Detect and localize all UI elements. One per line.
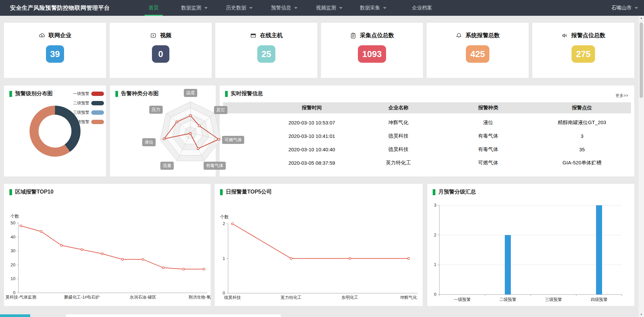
alarm-cell: 精醇南罐液位GT_203 [533,119,631,126]
stat-card-head: 在线主机 [215,32,317,39]
stat-value-badge: 1093 [358,45,386,63]
region-label: 石嘴山市 [611,5,632,11]
vertical-scrollbar[interactable]: ▲ ▼ [639,16,644,317]
alarm-cell: 德昊科技 [354,146,443,153]
nav-item-enterprise-archive[interactable]: 企业档案 [412,0,432,16]
nav-item-video-monitoring[interactable]: 视频监测 [316,0,342,16]
stat-card-collection-points-total: 采集点位总数1093 [321,23,423,78]
nav-item-label: 企业档案 [412,5,432,11]
svg-text:昊科技-气体监测: 昊科技-气体监测 [5,295,36,300]
nav-item-history-data[interactable]: 历史数据 [226,0,253,16]
nav-item-label: 数据采集 [360,5,380,11]
alarm-cell: 英力特化工 [354,160,443,166]
svg-text:鹏盛化工-1#电石炉: 鹏盛化工-1#电石炉 [64,295,100,300]
svg-text:1: 1 [434,262,436,267]
stat-value-badge: 0 [152,45,169,63]
svg-text:2: 2 [434,232,436,237]
alarm-type-panel: 告警种类分布图 温度其它可燃气体有毒气体流量液位压力 [110,86,216,176]
monthly-summary-panel: 月预警分级汇总 0123一级预警二级预警三级预警四级预警 [427,184,634,306]
stat-value-badge: 275 [572,45,595,63]
chevron-down-icon [383,7,386,9]
bottom-white-strip [66,314,281,317]
scrollbar-down-arrow[interactable]: ▼ [639,312,644,317]
svg-text:荆洪生物-氧化反: 荆洪生物-氧化反 [189,295,211,300]
alarm-table-body: 2020-03-10 10:53:07坤辉气化液位精醇南罐液位GT_203202… [223,116,631,169]
svg-text:40: 40 [11,234,15,240]
region-selector[interactable]: 石嘴山市 [611,0,638,16]
daily-top5-panel: 日报警量TOP5公司 012个数德昊科技英力特化工东明化工坤辉气化 [215,184,423,306]
radar-axis-label: 液位 [142,138,156,146]
stat-card-connected-enterprises: 联网企业39 [4,23,106,78]
alarm-type-radar-chart [110,86,254,176]
scrollbar-thumb[interactable] [640,22,643,98]
alarm-cell: GIA-520单体贮槽 [533,160,631,166]
svg-text:0: 0 [223,290,225,296]
stat-card-head: 采集点位总数 [321,32,423,39]
nav-item-warning-info[interactable]: 预警信息 [271,0,298,16]
more-link[interactable]: 更多>> [615,93,628,99]
chevron-down-icon [204,7,208,9]
radar-axis-label: 温度 [184,89,197,97]
dashboard-page: 安全生产风险预警防控物联网管理平台 首页数据监测历史数据预警信息视频监测数据采集… [0,0,644,317]
svg-text:一级预警: 一级预警 [454,297,471,302]
nav-item-label: 视频监测 [316,5,336,11]
stat-label: 视频 [160,32,171,39]
alarm-cell: 德昊科技 [354,133,443,139]
svg-text:四级预警: 四级预警 [591,297,608,302]
realtime-alarm-panel: 实时报警信息 更多>> 报警时间企业名称报警种类报警点位 2020-03-10 … [220,86,634,176]
stat-card-head: 系统报警总数 [427,32,529,39]
daily-top5-line-chart: 012个数德昊科技英力特化工东明化工坤辉气化 [215,184,423,306]
svg-text:永润石油-罐区: 永润石油-罐区 [129,295,156,300]
region-top10-panel: 区域报警TOP10 01020304050个数昊科技-气体监测鹏盛化工-1#电石… [4,184,211,306]
svg-text:30: 30 [11,248,15,253]
radar-axis-label: 可燃气体 [222,136,244,144]
nav-item-label: 首页 [149,5,159,11]
radar-axis-label: 其它 [214,106,227,114]
stat-value-badge: 39 [46,45,64,63]
bell-icon [455,32,462,39]
nav-item-home[interactable]: 首页 [149,0,159,16]
alarm-cell: 可燃气体 [443,160,533,166]
svg-text:坤辉气化: 坤辉气化 [400,295,417,300]
scrollbar-up-arrow[interactable]: ▲ [639,16,644,20]
top-navbar: 安全生产风险预警防控物联网管理平台 首页数据监测历史数据预警信息视频监测数据采集… [0,0,644,16]
monthly-summary-bar-chart: 0123一级预警二级预警三级预警四级预警 [427,184,634,306]
stat-label: 报警点位总数 [571,32,605,39]
stat-label: 系统报警总数 [466,32,500,39]
svg-text:英力特化工: 英力特化工 [281,295,302,300]
chevron-down-icon [249,7,253,9]
svg-text:0: 0 [13,290,15,295]
stat-card-system-alarms-total: 系统报警总数425 [427,23,529,78]
alarm-row[interactable]: 2020-03-10 10:41:01德昊科技有毒气体3 [223,129,631,143]
monitor-icon [250,32,257,39]
clipboard-icon [350,32,357,39]
stat-card-head: 报警点位总数 [532,32,634,39]
alarm-cell: 有毒气体 [443,146,533,153]
chevron-down-icon [635,7,638,9]
alarm-col-header: 报警点位 [533,105,631,111]
alarm-row[interactable]: 2020-03-10 10:40:40德昊科技有毒气体35 [223,143,631,156]
video-icon [150,32,157,39]
stat-card-videos: 视频0 [110,23,212,78]
svg-text:50: 50 [11,220,15,225]
svg-text:10: 10 [11,276,15,281]
alarm-row[interactable]: 2020-03-10 10:53:07坤辉气化液位精醇南罐液位GT_203 [223,116,631,129]
alarm-cell: 坤辉气化 [354,119,443,126]
nav-item-data-monitoring[interactable]: 数据监测 [181,0,208,16]
radar-axis-label: 流量 [160,162,174,170]
radar-axis-label: 压力 [149,106,163,114]
stat-label: 采集点位总数 [360,32,394,39]
svg-text:1: 1 [223,256,225,261]
chevron-down-icon [294,7,298,9]
svg-text:个数: 个数 [10,214,19,219]
nav-item-label: 历史数据 [226,5,246,11]
svg-text:三级预警: 三级预警 [545,297,562,302]
bottom-teal-strip [0,314,30,317]
stat-card-online-hosts: 在线主机25 [215,23,317,78]
stat-value-badge: 425 [466,45,489,63]
svg-text:2: 2 [223,221,225,226]
warning-level-panel: 预警级别分布图 一级预警二级预警三级预警四级预警 [4,86,106,176]
nav-item-data-collection[interactable]: 数据采集 [360,0,386,16]
alarm-row[interactable]: 2020-03-05 08:37:59英力特化工可燃气体GIA-520单体贮槽 [223,156,631,169]
alarm-cell: 35 [533,147,631,152]
